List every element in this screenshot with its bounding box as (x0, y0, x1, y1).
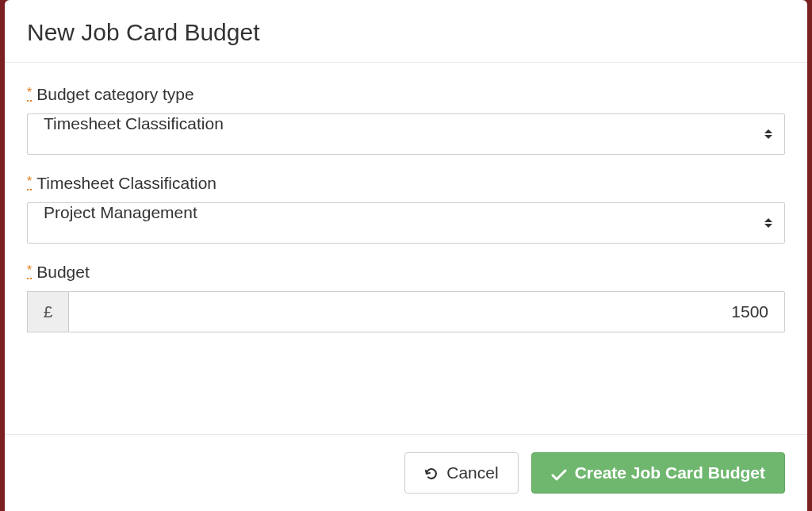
submit-label: Create Job Card Budget (575, 463, 765, 482)
modal-footer: Cancel Create Job Card Budget (5, 434, 807, 511)
required-asterisk-icon: * (27, 86, 32, 102)
label-budget-category-type: * Budget category type (27, 85, 785, 104)
label-text: Budget category type (36, 85, 193, 104)
select-budget-category-type[interactable]: Timesheet Classification (27, 113, 785, 155)
select-value: Timesheet Classification (27, 113, 785, 155)
new-job-card-budget-modal: New Job Card Budget * Budget category ty… (5, 0, 807, 511)
modal-title: New Job Card Budget (27, 19, 785, 46)
budget-input-group: £ (27, 291, 785, 332)
field-budget-category-type: * Budget category type Timesheet Classif… (27, 85, 785, 155)
check-icon (551, 467, 567, 479)
label-timesheet-classification: * Timesheet Classification (27, 174, 785, 193)
modal-header: New Job Card Budget (5, 0, 807, 63)
budget-input[interactable] (68, 291, 785, 332)
label-budget: * Budget (27, 263, 785, 282)
select-value: Project Management (27, 202, 785, 244)
modal-body: * Budget category type Timesheet Classif… (5, 63, 807, 434)
select-timesheet-classification[interactable]: Project Management (27, 202, 785, 244)
label-text: Timesheet Classification (36, 174, 216, 193)
field-timesheet-classification: * Timesheet Classification Project Manag… (27, 174, 785, 244)
create-job-card-budget-button[interactable]: Create Job Card Budget (531, 452, 785, 494)
required-asterisk-icon: * (27, 175, 32, 190)
undo-icon (424, 466, 439, 480)
cancel-label: Cancel (446, 463, 498, 482)
field-budget: * Budget £ (27, 263, 785, 332)
required-asterisk-icon: * (27, 264, 32, 279)
label-text: Budget (36, 263, 90, 282)
cancel-button[interactable]: Cancel (404, 452, 518, 494)
currency-symbol: £ (27, 291, 68, 332)
